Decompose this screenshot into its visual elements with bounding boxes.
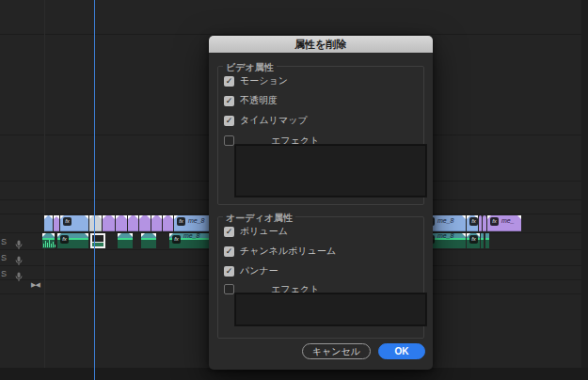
- clip-label: me_8: [437, 232, 454, 239]
- audio-track-header: S: [0, 235, 44, 250]
- video-clip[interactable]: [116, 215, 127, 231]
- ok-button[interactable]: OK: [378, 343, 425, 359]
- audio-clip[interactable]: [42, 233, 55, 248]
- audio-clip[interactable]: fx: [467, 233, 480, 248]
- fx-badge[interactable]: fx: [63, 217, 72, 226]
- fx-badge[interactable]: fx: [469, 217, 478, 226]
- clip-accent-line: [481, 238, 484, 240]
- audio-effects-row: [224, 282, 234, 295]
- clip-label: me_8: [183, 232, 200, 239]
- audio-effects-checkbox[interactable]: [224, 284, 234, 294]
- attribute-row: ✓パンナー: [224, 264, 278, 277]
- video-clip[interactable]: [163, 215, 173, 231]
- audio-clip[interactable]: fxme_8: [169, 233, 215, 248]
- video-effects-row: [224, 134, 234, 147]
- attribute-checkbox[interactable]: ✓: [224, 227, 234, 237]
- audio-clip[interactable]: [141, 233, 156, 248]
- clip-label: me_8: [188, 217, 205, 224]
- audio-clip[interactable]: fx: [57, 233, 88, 248]
- track-header-divider: [44, 0, 45, 380]
- audio-attributes-group: オーディオ属性 ✓ボリューム✓チャンネルボリューム✓パンナー エフェクト: [217, 216, 424, 339]
- video-clip[interactable]: [151, 215, 162, 231]
- video-clip[interactable]: [128, 215, 138, 231]
- attribute-checkbox[interactable]: ✓: [224, 96, 234, 106]
- video-clip[interactable]: [89, 215, 102, 231]
- dialog-buttons: キャンセル OK: [302, 343, 425, 359]
- cancel-button[interactable]: キャンセル: [302, 343, 371, 359]
- attribute-checkbox[interactable]: ✓: [224, 246, 234, 257]
- fx-badge[interactable]: fx: [172, 235, 181, 244]
- audio-track-header: S: [0, 267, 44, 282]
- video-clip[interactable]: [44, 215, 53, 231]
- clip-label: me_: [501, 217, 515, 224]
- clip-accent-line: [485, 238, 489, 240]
- audio-effects-list[interactable]: [234, 293, 427, 326]
- audio-track-header: S: [0, 251, 44, 266]
- fx-badge[interactable]: fx: [490, 217, 499, 226]
- attribute-row: ✓タイムリマップ: [224, 114, 308, 127]
- track-divider: [0, 34, 588, 35]
- audio-clip[interactable]: [481, 233, 484, 248]
- video-clip[interactable]: [479, 215, 482, 231]
- clip-label: me_8: [437, 217, 454, 224]
- attribute-label: タイムリマップ: [240, 114, 308, 127]
- audio-clip[interactable]: [485, 233, 489, 248]
- attribute-row: ✓ボリューム: [224, 225, 288, 238]
- attribute-checkbox[interactable]: ✓: [224, 116, 234, 126]
- clip-accent-line: [118, 238, 133, 240]
- attribute-label: パンナー: [240, 264, 278, 277]
- solo-button[interactable]: S: [1, 237, 7, 246]
- remove-attributes-dialog: 属性を削除 ビデオ属性 ✓モーション✓不透明度✓タイムリマップ エフェクト オー…: [209, 36, 433, 370]
- attribute-label: 不透明度: [240, 94, 278, 107]
- attribute-checkbox[interactable]: ✓: [224, 266, 234, 277]
- fx-badge[interactable]: fx: [177, 217, 185, 226]
- video-effects-checkbox[interactable]: [224, 135, 234, 146]
- video-attributes-group: ビデオ属性 ✓モーション✓不透明度✓タイムリマップ エフェクト: [217, 66, 424, 205]
- clip-accent-line: [141, 238, 156, 240]
- mic-icon[interactable]: [15, 269, 23, 286]
- fx-badge[interactable]: fx: [60, 235, 69, 244]
- attribute-row: ✓不透明度: [224, 94, 278, 107]
- attribute-label: ボリューム: [240, 225, 288, 238]
- audio-clip[interactable]: [90, 233, 105, 248]
- video-clip[interactable]: [483, 215, 486, 231]
- attribute-label: チャンネルボリューム: [240, 245, 336, 258]
- attribute-checkbox[interactable]: ✓: [224, 76, 234, 87]
- attribute-row: ✓チャンネルボリューム: [224, 245, 336, 258]
- video-clip[interactable]: [103, 215, 115, 231]
- attribute-label: モーション: [240, 74, 288, 87]
- fx-badge[interactable]: fx: [469, 235, 478, 244]
- video-clip[interactable]: fx: [467, 215, 478, 231]
- audio-clip[interactable]: [118, 233, 133, 248]
- video-effects-list[interactable]: [234, 144, 427, 198]
- video-clip[interactable]: [54, 215, 59, 231]
- video-clip[interactable]: fx: [60, 215, 88, 231]
- playhead[interactable]: [94, 0, 95, 380]
- video-clip[interactable]: fxme_: [487, 215, 521, 231]
- waveform: [43, 240, 56, 247]
- solo-button[interactable]: S: [1, 253, 7, 262]
- timeline-panel: SSS ▶◀ fxfxme_8fxme_8fxfxme_fxfxme_8fxme…: [0, 0, 588, 380]
- dialog-title: 属性を削除: [209, 36, 433, 53]
- video-clip[interactable]: [139, 215, 151, 231]
- bowtie-icon[interactable]: ▶◀: [31, 281, 40, 289]
- audio-attributes-label: オーディオ属性: [223, 212, 295, 225]
- video-attributes-label: ビデオ属性: [223, 61, 277, 74]
- attribute-row: ✓モーション: [224, 74, 288, 87]
- solo-button[interactable]: S: [1, 269, 7, 278]
- panel-right-edge: [581, 0, 588, 380]
